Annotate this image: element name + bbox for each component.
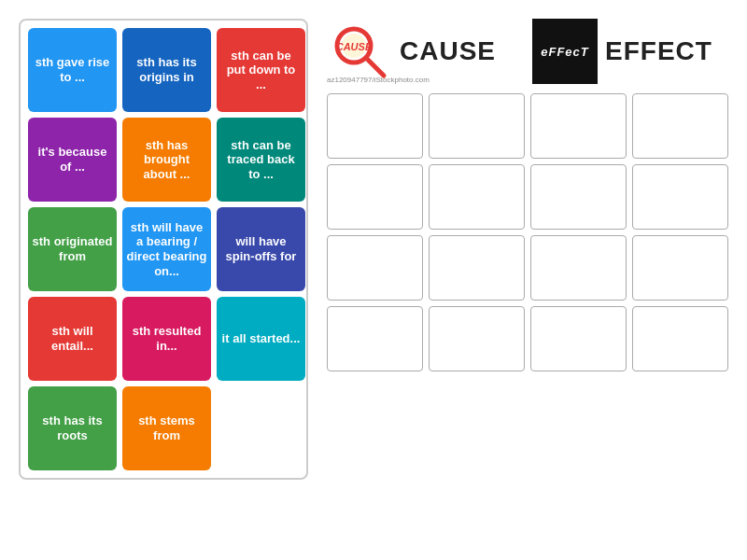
svg-text:CAUSE: CAUSE xyxy=(336,41,373,52)
effect-group: eFFecT EFFECT xyxy=(532,19,728,84)
tile-13[interactable]: sth stems from xyxy=(122,386,211,470)
tile-0[interactable]: sth gave rise to ... xyxy=(28,28,117,112)
tile-2[interactable]: sth can be put down to ... xyxy=(217,28,305,112)
header-row: CAUSE az120947797/iStockphoto.com CAUSE … xyxy=(327,19,728,84)
grid-cell-5[interactable] xyxy=(429,164,525,230)
grid-cell-13[interactable] xyxy=(429,306,525,371)
grid-cell-14[interactable] xyxy=(530,306,627,371)
tile-4[interactable]: sth has brought about ... xyxy=(122,118,211,202)
effect-image: eFFecT xyxy=(532,19,598,84)
grid-cell-6[interactable] xyxy=(530,164,627,230)
tile-10[interactable]: sth resulted in... xyxy=(122,297,211,381)
svg-line-3 xyxy=(367,59,384,76)
tile-5[interactable]: sth can be traced back to ... xyxy=(217,118,305,202)
tile-9[interactable]: sth will entail... xyxy=(28,297,117,381)
grid-cell-9[interactable] xyxy=(429,235,525,301)
image-credit: az120947797/iStockphoto.com xyxy=(327,76,430,84)
grid-cell-12[interactable] xyxy=(327,306,423,371)
tile-11[interactable]: it all started... xyxy=(217,297,305,381)
effect-image-text: eFFecT xyxy=(541,45,589,59)
grid-cell-10[interactable] xyxy=(530,235,627,301)
tiles-panel: sth gave rise to ...sth has its origins … xyxy=(19,19,308,480)
cause-image: CAUSE az120947797/iStockphoto.com xyxy=(327,19,392,84)
grid-cell-15[interactable] xyxy=(632,306,728,371)
grid-cell-0[interactable] xyxy=(327,93,423,159)
grid-cell-3[interactable] xyxy=(632,93,728,159)
right-panel: CAUSE az120947797/iStockphoto.com CAUSE … xyxy=(327,19,728,371)
cause-label: CAUSE xyxy=(400,36,496,66)
grid-cell-2[interactable] xyxy=(530,93,627,159)
tile-3[interactable]: it's because of ... xyxy=(28,118,117,202)
tile-12[interactable]: sth has its roots xyxy=(28,386,117,470)
answer-grid xyxy=(327,93,728,371)
tile-7[interactable]: sth will have a bearing / direct bearing… xyxy=(122,207,211,291)
grid-cell-11[interactable] xyxy=(632,235,728,301)
grid-cell-4[interactable] xyxy=(327,164,423,230)
tile-6[interactable]: sth originated from xyxy=(28,207,117,291)
grid-cell-7[interactable] xyxy=(632,164,728,230)
grid-cell-1[interactable] xyxy=(429,93,525,159)
cause-group: CAUSE az120947797/iStockphoto.com CAUSE xyxy=(327,19,523,84)
tile-8[interactable]: will have spin-offs for xyxy=(217,207,305,291)
grid-cell-8[interactable] xyxy=(327,235,423,301)
tile-1[interactable]: sth has its origins in xyxy=(122,28,211,112)
effect-label: EFFECT xyxy=(605,36,712,66)
